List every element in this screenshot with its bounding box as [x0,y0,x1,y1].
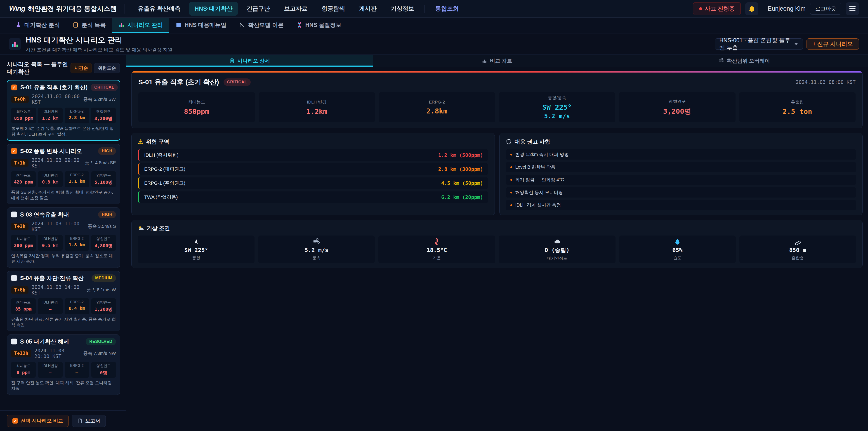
detail-tab-label: 시나리오 상세 [237,57,270,64]
check-square-icon: ✓ [12,418,18,424]
user-name: Eunjeong Kim [768,5,806,12]
main-menu-item-2[interactable]: HNS·대기확산 [189,2,238,16]
stat-box: 영향인구0명 [91,362,116,378]
detail-stat-value: 850ppm [184,107,209,116]
weather-card: 65% 습도 [619,236,736,263]
section-tab-label: 시나리오 관리 [127,21,163,29]
detail-stat-card: ERPG-2 2.8km [379,92,495,122]
stat-box: 최대농도420 ppm [11,171,36,187]
detail-tab[interactable]: 시나리오 상세 [126,55,373,67]
scenario-description: 연속유출 3시간 경과. 누적 유출량 증가. 풍속 감소로 체류 시간 증가. [11,253,116,265]
page-chart-icon [9,38,21,50]
weather-value: 18.5°C [427,247,447,253]
scenario-wind: 풍속 6.1m/s W [87,287,116,293]
section-tab-icon [16,22,22,28]
danger-zone-row: TWA (작업허용) 6.2 km (20ppm) [138,191,488,203]
menu-item-label: 긴급구난 [246,5,270,12]
scenario-title: S-03 연속유출 확대 [20,211,95,218]
scenario-sidebar: 시나리오 목록 — 톨루엔 대기확산 시간순 위험도순 ✓ S-01 유출 직후… [0,55,126,431]
detail-stat-card: IDLH 반경 1.2km [258,92,375,122]
scenario-list: ✓ S-01 유출 직후 (초기 확산) CRITICAL T+0h 2024.… [0,79,126,410]
weather-cards: SW 225° 풍향 5.2 m/s 풍속 18.5°C 기온 D (중립) 대… [138,236,856,263]
scenario-description: 풍향 SE 전환. 주거지역 방향 확산 확대. 영향인구 증가. 대피 범위 … [11,190,116,201]
scenario-datetime: 2024.11.03 20:00 KST [34,348,80,359]
weather-card: 18.5°C 기온 [378,236,495,263]
bullet-icon [510,154,512,155]
menu-item-label: 통합조회 [435,5,459,12]
compare-scenarios-button[interactable]: ✓ 선택 시나리오 비교 [7,415,69,427]
scenario-card-s01[interactable]: ✓ S-01 유출 직후 (초기 확산) CRITICAL T+0h 2024.… [7,80,120,141]
scenario-checkbox[interactable] [11,339,17,344]
section-tab[interactable]: 확산모델 이론 [233,18,290,33]
section-tabs: 대기확산 분석 분석 목록 시나리오 관리 HNS 대응매뉴얼 확산모델 이론 … [0,18,868,33]
scenario-checkbox[interactable]: ✓ [11,85,17,90]
divider [763,4,763,13]
scenario-checkbox[interactable] [11,275,17,281]
main-menu-item-7[interactable]: 기상정보 [385,2,420,16]
section-tab[interactable]: 분석 목록 [66,18,112,33]
main-menu: 유출유 확산예측HNS·대기확산긴급구난보고자료항공탐색게시판기상정보통합조회 [132,2,464,16]
section-tab[interactable]: HNS 물질정보 [290,18,348,33]
main-menu-item-5[interactable]: 항공탐색 [316,2,350,16]
danger-zones-title: 위험 구역 [146,138,169,145]
scenario-title: S-02 풍향 변화 시나리오 [20,147,95,155]
scenario-card-s03[interactable]: S-03 연속유출 확대 HIGH T+3h 2024.11.03 11:00 … [7,208,120,268]
weather-card-icon [433,238,440,245]
section-tab[interactable]: HNS 대응매뉴얼 [169,18,233,33]
incident-select[interactable]: HNS-001 · 울산 온산항 톨루엔 누출 [715,38,803,50]
recommendation-text: 반경 1.2km 즉시 대피 명령 [515,151,569,157]
logo-wing-mark: Wing [9,4,25,13]
bullet-icon [510,166,512,168]
weather-value: 65% [672,247,682,253]
logout-button[interactable]: 로그아웃 [810,3,841,15]
stat-box: IDLH반경0.5 km [38,235,62,251]
weather-card-icon [674,238,681,245]
detail-stat-value: SW 225° [542,103,572,111]
scenario-wind: 풍속 7.3m/s NW [84,350,116,357]
main-menu-item-1[interactable]: 유출유 확산예측 [132,2,186,16]
detail-stat-label: 유출량 [791,99,804,105]
report-button[interactable]: 보고서 [72,415,106,427]
warning-icon: ⚠ [138,139,143,145]
time-offset-badge: T+3h [11,223,29,230]
section-tab[interactable]: 시나리오 관리 [112,18,169,33]
zone-value: 1.2 km (500ppm) [438,152,483,158]
stat-box: ERPG-2— [65,362,89,378]
stat-box: IDLH반경— [38,298,62,314]
sort-by-time-button[interactable]: 시간순 [70,63,92,73]
menu-button[interactable] [846,2,859,16]
section-tab-icon [296,22,303,28]
new-scenario-button[interactable]: + 신규 시나리오 [807,38,859,50]
scenario-card-s02[interactable]: ✓ S-02 풍향 변화 시나리오 HIGH T+1h 2024.11.03 0… [7,144,120,204]
stat-box: 영향인구5,100명 [91,171,116,187]
main-menu-item-8[interactable]: 통합조회 [430,2,464,16]
detail-stat-label: 최대농도 [188,99,205,105]
section-tab-label: 대기확산 분석 [24,21,60,29]
section-tab-icon [119,22,125,28]
section-tab[interactable]: 대기확산 분석 [9,18,66,33]
main-menu-item-6[interactable]: 게시판 [353,2,382,16]
notifications-button[interactable] [745,2,758,16]
main-menu-item-3[interactable]: 긴급구난 [241,2,275,16]
detail-tab[interactable]: 비교 차트 [373,55,620,67]
scenario-checkbox[interactable]: ✓ [11,148,17,154]
scenario-checkbox[interactable] [11,212,17,217]
detail-tab[interactable]: 확산범위 오버레이 [621,55,868,67]
severity-badge: RESOLVED [86,338,116,345]
danger-zone-row: IDLH (즉시위험) 1.2 km (500ppm) [138,149,488,161]
zone-label: IDLH (즉시위험) [144,152,179,158]
app-logo: Wing 해양환경 위기대응 통합시스템 [9,4,117,13]
scenario-description: 유출원 차단 완료. 잔류 증기 자연 확산중. 풍속 증가로 희석 촉진. [11,317,116,328]
detail-stat-value: 2.8km [426,107,447,115]
weather-label: 습도 [673,255,682,260]
weather-label: 대기안정도 [547,256,567,261]
sort-by-risk-button[interactable]: 위험도순 [94,63,120,73]
detail-stat-label: 풍향/풍속 [548,95,566,101]
main-body: S-01 유출 직후 (초기 확산) CRITICAL 2024.11.03 0… [126,67,868,274]
detail-stat-label: 영향인구 [669,98,686,104]
scenario-card-s05[interactable]: S-05 대기확산 해제 RESOLVED T+12h 2024.11.03 2… [7,335,120,395]
recommendation-text: 해양확산 동시 모니터링 [515,189,563,195]
scenario-card-s04[interactable]: S-04 유출 차단·잔류 확산 MEDIUM T+6h 2024.11.03 … [7,271,120,331]
main-menu-item-4[interactable]: 보고자료 [278,2,313,16]
detail-datetime: 2024.11.03 08:00 KST [796,79,856,85]
